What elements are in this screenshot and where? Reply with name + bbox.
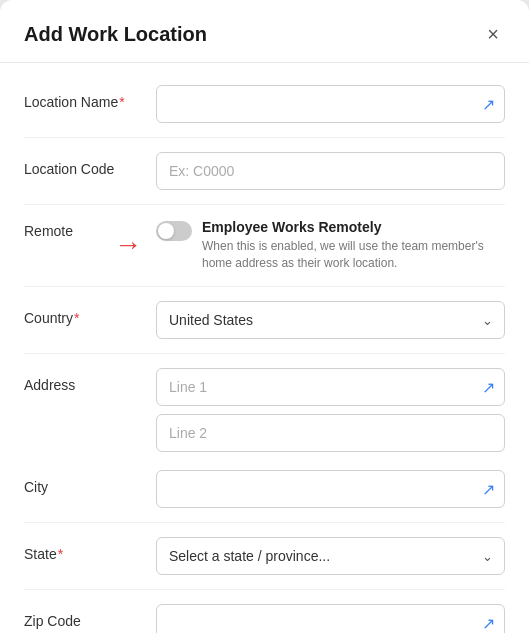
required-indicator: * — [119, 94, 124, 110]
remote-toggle-title: Employee Works Remotely — [202, 219, 505, 235]
required-indicator: * — [74, 310, 79, 326]
zip-code-label: Zip Code — [24, 604, 144, 629]
zip-code-input[interactable] — [156, 604, 505, 633]
location-code-input[interactable] — [156, 152, 505, 190]
city-row: City ↗ — [24, 456, 505, 523]
state-field: Select a state / province... ⌄ — [156, 537, 505, 575]
city-label: City — [24, 470, 144, 495]
address-line1-input[interactable] — [156, 368, 505, 406]
remote-content: Employee Works Remotely When this is ena… — [156, 219, 505, 272]
state-label: State* — [24, 537, 144, 562]
location-code-label: Location Code — [24, 152, 144, 177]
toggle-slider — [156, 221, 192, 241]
location-name-label: Location Name* — [24, 85, 144, 110]
location-name-input[interactable] — [156, 85, 505, 123]
address-line2-input[interactable] — [156, 414, 505, 452]
modal-header: Add Work Location × — [0, 0, 529, 63]
address-row: Address ↗ — [24, 354, 505, 456]
address-line1-wrapper: ↗ — [156, 368, 505, 406]
zip-code-row: Zip Code ↗ — [24, 590, 505, 633]
modal-body: Location Name* ↗ Location Code → Remote — [0, 63, 529, 633]
city-field: ↗ — [156, 470, 505, 508]
remote-text-block: Employee Works Remotely When this is ena… — [202, 219, 505, 272]
state-row: State* Select a state / province... ⌄ — [24, 523, 505, 590]
modal-title: Add Work Location — [24, 23, 207, 46]
country-select-wrapper: United States Canada United Kingdom Aust… — [156, 301, 505, 339]
remote-label: Remote — [24, 219, 144, 239]
zip-code-field: ↗ — [156, 604, 505, 633]
remote-toggle-desc: When this is enabled, we will use the te… — [202, 238, 505, 272]
zip-code-input-wrapper: ↗ — [156, 604, 505, 633]
city-input[interactable] — [156, 470, 505, 508]
city-input-wrapper: ↗ — [156, 470, 505, 508]
location-name-row: Location Name* ↗ — [24, 71, 505, 138]
country-row: Country* United States Canada United Kin… — [24, 287, 505, 354]
location-code-field — [156, 152, 505, 190]
state-select[interactable]: Select a state / province... — [156, 537, 505, 575]
country-label: Country* — [24, 301, 144, 326]
close-button[interactable]: × — [481, 22, 505, 46]
address-line2-wrapper — [156, 414, 505, 452]
remote-toggle[interactable] — [156, 221, 192, 241]
required-indicator: * — [58, 546, 63, 562]
state-select-wrapper: Select a state / province... ⌄ — [156, 537, 505, 575]
add-work-location-modal: Add Work Location × Location Name* ↗ Loc… — [0, 0, 529, 633]
location-name-field: ↗ — [156, 85, 505, 123]
country-field: United States Canada United Kingdom Aust… — [156, 301, 505, 339]
country-select[interactable]: United States Canada United Kingdom Aust… — [156, 301, 505, 339]
address-content: ↗ — [156, 368, 505, 452]
location-code-row: Location Code — [24, 138, 505, 205]
address-label: Address — [24, 368, 144, 393]
remote-row: → Remote Employee Works Remotely When th… — [24, 205, 505, 287]
location-name-input-wrapper: ↗ — [156, 85, 505, 123]
